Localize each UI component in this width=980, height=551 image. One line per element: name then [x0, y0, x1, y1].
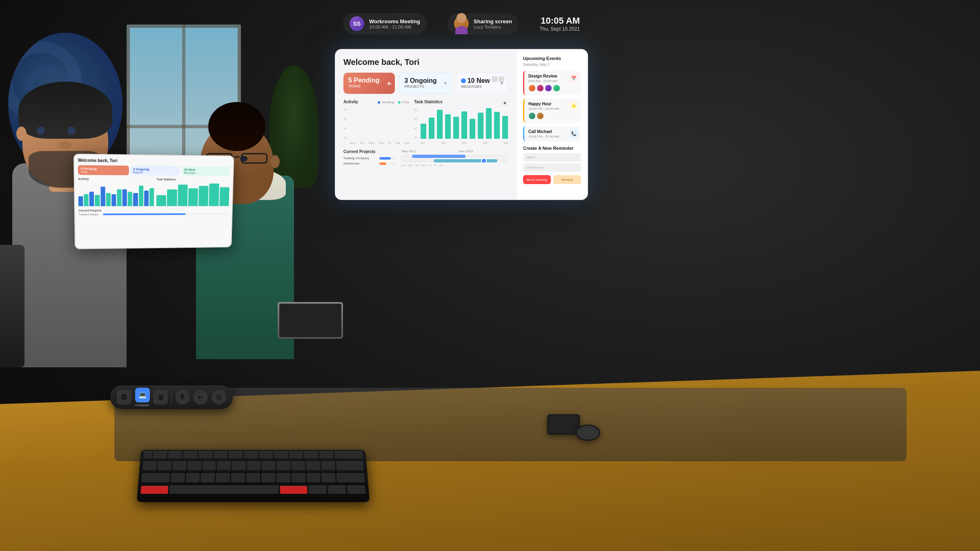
- settings-icon[interactable]: ⚙: [117, 390, 131, 404]
- task-section: Task Statistics ⊕ 80 60 40 20: [414, 100, 508, 144]
- reminder-buttons: Block meeting Remind: [523, 175, 581, 184]
- computer-icon[interactable]: 💻: [135, 388, 150, 402]
- task-title: Task Statistics: [414, 100, 442, 104]
- calendar-headers: May 2021 June 2021: [401, 149, 508, 153]
- messages-dot: [461, 78, 466, 83]
- gantt-row-1: [401, 155, 508, 158]
- clock: 10:05 AM Thu, Sept 10 2021: [539, 16, 580, 32]
- block-meeting-btn[interactable]: Block meeting: [523, 175, 551, 184]
- avatar-3: [545, 84, 552, 92]
- project-name-1: Trading Company: [343, 156, 376, 160]
- avatar-man-eyes: [37, 127, 76, 135]
- system-bar: SS Workrooms Meeting 10:00 AM - 11:00 AM…: [335, 11, 588, 36]
- dashboard: Welcome back, Tori 5 Pending Tasks ▶ 3 O…: [335, 49, 588, 200]
- mic-icon[interactable]: 🎙: [175, 390, 190, 404]
- pending-arrow: ▶: [388, 80, 392, 86]
- settings-control[interactable]: ⚙: [117, 390, 131, 404]
- computer-control[interactable]: 💻 Computer: [135, 388, 150, 407]
- divider: [171, 390, 172, 404]
- project-row-2: Gatebuster: [343, 162, 396, 165]
- small-card-messages: 10 New Messages: [182, 166, 230, 176]
- computer-label: Computer: [135, 403, 149, 407]
- reminder-name-input[interactable]: Name: [523, 153, 581, 162]
- avatar-2: [537, 84, 544, 92]
- small-dashboard-content: Welcome back, Tori 5 Pending Tasks 3 Ong…: [74, 155, 233, 249]
- project-bar-2: [379, 162, 396, 165]
- pending-label: Tasks: [348, 84, 390, 88]
- activity-section: Activity Scrolling Flow: [343, 100, 409, 144]
- pending-value: 5 Pending: [348, 77, 390, 84]
- keyboard[interactable]: [137, 450, 370, 502]
- small-card-pending: 5 Pending Tasks: [78, 165, 129, 176]
- sharing-text: Sharing screen Lucy Tomkins: [474, 18, 512, 29]
- small-device-1: [547, 414, 580, 435]
- happy-hour-avatars: [528, 112, 577, 120]
- small-vr-screen[interactable]: Welcome back, Tori 5 Pending Tasks 3 Ong…: [74, 153, 234, 249]
- legend-scrolling: Scrolling: [378, 100, 394, 104]
- vr-control-bar[interactable]: ⚙ 💻 Computer ⊞ 🎙 ↩ ⊡: [110, 385, 233, 409]
- reminder-type-input[interactable]: Conference: [523, 163, 581, 172]
- happy-avatar-1: [528, 112, 536, 120]
- calendar-section: May 2021 June 2021: [401, 149, 508, 167]
- project-fill-2: [379, 162, 386, 165]
- messages-card[interactable]: 10 New Messages ▼: [456, 73, 508, 94]
- activity-axis: Mon Tue Wed Thu Fri Sat Sun: [350, 142, 409, 144]
- happy-hour-icon: ⭐: [570, 102, 578, 110]
- small-activity-chart: [78, 182, 154, 207]
- projects-section: Current Projects Trading Company Gatebus…: [343, 149, 396, 167]
- small-card-ongoing: 3 Ongoing Projects: [131, 166, 180, 176]
- messages-icons: [492, 76, 504, 82]
- event-happy-hour[interactable]: ⭐ Happy Hour 18:00 PM - 18:45 AM: [523, 98, 581, 123]
- task-expand-btn[interactable]: ⊕: [501, 100, 508, 107]
- meeting-text: Workrooms Meeting 10:00 AM - 11:00 AM: [369, 18, 420, 29]
- gantt-rows: [401, 155, 508, 162]
- activity-legend: Scrolling Flow: [378, 100, 410, 104]
- small-task-label: Task Statistics: [156, 178, 229, 181]
- small-activity-label: Activity: [78, 178, 154, 181]
- sharing-avatar: [454, 16, 469, 31]
- projects-title: Current Projects: [343, 149, 396, 154]
- avatar-man-ear: [16, 127, 27, 141]
- small-stat-cards: 5 Pending Tasks 3 Ongoing Projects 10 Ne…: [78, 165, 230, 176]
- clock-date: Thu, Sept 10 2021: [539, 26, 580, 32]
- meeting-avatar: SS: [350, 16, 364, 31]
- activity-title: Activity: [343, 100, 358, 104]
- ongoing-value: 3 Ongoing: [404, 77, 446, 84]
- task-y-axis: 80 60 40 20: [414, 108, 419, 141]
- pending-card[interactable]: 5 Pending Tasks ▶: [343, 73, 395, 94]
- main-vr-screen[interactable]: Welcome back, Tori 5 Pending Tasks ▶ 3 O…: [335, 49, 588, 200]
- call-michael-icon: 📞: [570, 129, 578, 138]
- avatar-4: [553, 84, 560, 92]
- event-design-review[interactable]: 📅 Design Review 9:00 AM - 10:45 AM: [523, 71, 581, 95]
- avatar-woman-bun: [208, 102, 265, 151]
- ongoing-arrow: ▼: [443, 80, 448, 86]
- task-axis: W1 W2 W3 W4 W5: [421, 142, 508, 144]
- remind-btn[interactable]: Remind: [553, 175, 581, 184]
- project-row-1: Trading Company: [343, 156, 396, 160]
- small-welcome-text: Welcome back, Tori: [78, 158, 230, 164]
- ongoing-label: Projects: [404, 84, 446, 89]
- legend-flow: Flow: [398, 100, 409, 104]
- gesture-icon[interactable]: ↩: [193, 390, 208, 404]
- vr-mode-icon[interactable]: ⊡: [212, 390, 226, 404]
- event-call-michael[interactable]: 📞 Call Michael 19:00 PM - 19:30 AM: [523, 126, 581, 142]
- project-name-2: Gatebuster: [343, 162, 376, 165]
- activity-chart: [350, 108, 409, 141]
- charts-row: Activity Scrolling Flow: [343, 100, 508, 144]
- ongoing-card[interactable]: 3 Ongoing Projects ▼: [399, 73, 451, 94]
- meeting-indicator[interactable]: SS Workrooms Meeting 10:00 AM - 11:00 AM: [343, 13, 427, 34]
- grid-icon[interactable]: ⊞: [153, 390, 168, 404]
- dashboard-main: Welcome back, Tori 5 Pending Tasks ▶ 3 O…: [335, 49, 516, 200]
- welcome-heading: Welcome back, Tori: [343, 58, 508, 67]
- small-project-row1: Trading Company: [78, 213, 229, 216]
- avatar-woman-ear: [271, 155, 280, 168]
- meeting-title: Workrooms Meeting: [369, 18, 420, 24]
- messages-label: Messages: [461, 84, 503, 89]
- stat-cards-row: 5 Pending Tasks ▶ 3 Ongoing Projects ▼ 1…: [343, 73, 508, 94]
- dashboard-sidebar: Upcoming Events Saturday, May 2 📅 Design…: [516, 49, 588, 200]
- avatar-1: [528, 84, 536, 92]
- bottom-row: Current Projects Trading Company Gatebus…: [343, 149, 508, 167]
- avatar-man-nose: [59, 141, 71, 149]
- y-axis-labels: 80 60 40 20: [343, 108, 348, 141]
- sharing-indicator[interactable]: Sharing screen Lucy Tomkins: [448, 13, 519, 34]
